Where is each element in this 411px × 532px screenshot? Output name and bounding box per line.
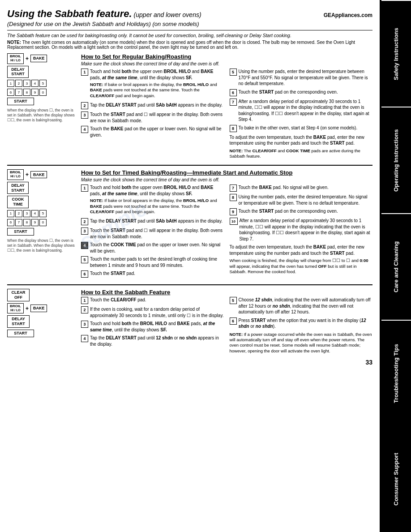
section1: BROILHI / LO + BAKE DELAYSTART 1 2 3 4 5 <box>7 53 372 160</box>
num-5: 5 <box>39 80 47 87</box>
section2-step6: 6 Touch the START pad. <box>81 270 224 278</box>
section3-instructions: 1 Touch the CLEAR/OFF pad. 2 If the oven… <box>81 297 372 355</box>
header-note: NOTE: The oven light comes on automatica… <box>7 40 372 50</box>
divider2 <box>7 284 372 285</box>
bake-key: BAKE <box>30 55 47 62</box>
s2-num-0: 0 <box>39 219 47 226</box>
keypad-num-row2: 6 7 8 9 0 <box>7 89 47 96</box>
section1-step3: 3 Touch the START pad and ☐ will appear … <box>81 112 224 124</box>
section2-step10: 10 After a random delay period of approx… <box>230 218 373 242</box>
section2-col-left: 1 Touch and hold both the upper oven BRO… <box>81 184 224 280</box>
s3-start-row: START <box>7 330 34 337</box>
section1-step7: 7 After a random delay period of approxi… <box>230 99 373 123</box>
section1-caption: When the display shows ☐, the oven is se… <box>7 108 77 123</box>
keypad-diagram-1: BROILHI / LO + BAKE DELAYSTART 1 2 3 4 5 <box>7 53 77 105</box>
sidebar-care: Care and Cleaning <box>381 213 411 320</box>
section2-caption: When the display shows ☐, the oven is se… <box>7 238 77 253</box>
section1-right: How to Set for Regular Baking/Roasting M… <box>81 53 372 160</box>
section2-finish-note: When cooking is finished, the display wi… <box>230 258 373 275</box>
s3-start-key: START <box>7 330 34 337</box>
page-subtitle: (Designed for use on the Jewish Sabbath … <box>7 21 201 27</box>
page-title: Using the Sabbath feature. (upper and lo… <box>7 8 201 20</box>
keypad-diagram-2: BROILHI / LO + BAKE DELAYSTART COOKTIME … <box>7 169 77 236</box>
section2-step9: 9 Touch the START pad on the correspondi… <box>230 208 373 215</box>
keypad-num-row1: 1 2 3 4 5 <box>7 80 47 87</box>
section2-intro: Make sure the clock shows the correct ti… <box>81 177 372 182</box>
s2-num-5: 5 <box>39 210 47 217</box>
s2-num-6: 6 <box>7 219 14 226</box>
section2-step5: 5 Touch the number pads to set the desir… <box>81 256 224 268</box>
page-number: 33 <box>7 359 372 366</box>
section1-col-left: 1 Touch and hold both the upper oven BRO… <box>81 69 224 160</box>
s2-num-1: 1 <box>7 210 14 217</box>
delay-start-key: DELAYSTART <box>7 66 29 78</box>
section1-title: How to Set for Regular Baking/Roasting <box>81 53 372 60</box>
sidebar-consumer: Consumer Support <box>381 426 411 532</box>
section1-step6: 6 Touch the START pad on the correspondi… <box>230 89 373 96</box>
section3-step2: 2 If the oven is cooking, wait for a ran… <box>81 306 224 318</box>
s2-num-bottom: 6 7 8 9 0 <box>7 219 47 226</box>
sidebar-operating: Operating Instructions <box>381 107 411 213</box>
step1-note: NOTE: If bake or broil appears in the di… <box>90 82 224 99</box>
s2-start-key: START <box>7 228 34 236</box>
s2-num-4: 4 <box>31 210 39 217</box>
s2-num-2: 2 <box>15 210 22 217</box>
section1-step2: 2 Tap the DELAY START pad until SAb bAtH… <box>81 102 224 109</box>
keypad-diagram-3: CLEAROFF BROILHI / LO + BAKE DELAYSTART … <box>7 289 77 337</box>
broil-key: BROILHI / LO <box>7 53 24 64</box>
section2-step8: 8 Using the number pads, enter the desir… <box>230 194 373 206</box>
s3-bake-key: BAKE <box>30 305 47 312</box>
section2-step2: 2 Tap the DELAY START pad until SAb bAtH… <box>81 218 224 225</box>
section3-title: How to Exit the Sabbath Feature <box>81 289 372 296</box>
section3-step4: 4 Tap the DELAY START pad until 12 shdn … <box>81 335 224 347</box>
s3-delay-row: DELAYSTART <box>7 315 30 328</box>
s2-num-7: 7 <box>15 219 22 226</box>
s2-num-3: 3 <box>23 210 30 217</box>
s3-plus: + <box>26 305 29 312</box>
s2-cook-row: COOKTIME <box>7 196 29 208</box>
intro-text: The Sabbath feature can be used for baki… <box>7 33 372 38</box>
section3-bottom-note: NOTE: If a power outage occurred while t… <box>230 332 373 354</box>
section1-col-right: 5 Using the number pads, enter the desir… <box>230 69 373 160</box>
section3-left-panel: CLEAROFF BROILHI / LO + BAKE DELAYSTART … <box>7 289 77 355</box>
s2-delay-row: DELAYSTART <box>7 182 29 194</box>
num-1: 1 <box>7 80 14 87</box>
section1-left: BROILHI / LO + BAKE DELAYSTART 1 2 3 4 5 <box>7 53 77 160</box>
keypad-row-delay: DELAYSTART <box>7 66 29 78</box>
header: Using the Sabbath feature. (upper and lo… <box>7 8 372 30</box>
num-3: 3 <box>23 80 30 87</box>
section1-intro: Make sure the clock shows the correct ti… <box>81 61 372 66</box>
section2-step3: 3 Touch the START pad and ☐ will appear … <box>81 227 224 240</box>
section1-step5: 5 Using the number pads, enter the desir… <box>230 69 373 87</box>
num-8: 8 <box>23 89 30 96</box>
section3: CLEAROFF BROILHI / LO + BAKE DELAYSTART … <box>7 289 372 355</box>
s2-broil-key: BROILHI / LO <box>7 169 24 180</box>
s2-num-9: 9 <box>31 219 39 226</box>
sidebar: Safety Instructions Operating Instructio… <box>381 0 411 532</box>
num-6: 6 <box>7 89 14 96</box>
num-9: 9 <box>31 89 39 96</box>
section3-step6: 6 Press START when the option that you w… <box>230 317 373 330</box>
section3-step1: 1 Touch the CLEAR/OFF pad. <box>81 297 224 304</box>
section2-instructions: 1 Touch and hold both the upper oven BRO… <box>81 184 372 280</box>
sidebar-troubleshooting: Troubleshooting Tips <box>381 320 411 426</box>
section2-step4: 4 Touch the COOK TIME pad on the upper o… <box>81 242 224 254</box>
num-4: 4 <box>31 80 39 87</box>
s2-delay-start-key: DELAYSTART <box>7 182 29 194</box>
section2-left: BROILHI / LO + BAKE DELAYSTART COOKTIME … <box>7 169 77 280</box>
num-row-top: 1 2 3 4 5 <box>7 80 47 87</box>
section2-title: How to Set for Timed Baking/Roasting—Imm… <box>81 169 372 176</box>
s2-plus: + <box>26 172 29 178</box>
section3-col-left: 1 Touch the CLEAR/OFF pad. 2 If the oven… <box>81 297 224 355</box>
start-key: START <box>7 98 34 105</box>
s3-broil-bake-row: BROILHI / LO + BAKE <box>7 303 47 314</box>
section1-instructions: 1 Touch and hold both the upper oven BRO… <box>81 69 372 160</box>
keypad-start-row: START <box>7 98 34 105</box>
section2-col-right: 7 Touch the BAKE pad. No signal will be … <box>230 184 373 280</box>
keypad-row-1: BROILHI / LO + BAKE <box>7 53 47 64</box>
s3-delay-key: DELAYSTART <box>7 315 30 328</box>
section1-step8: 8 To bake in the other oven, start at St… <box>230 125 373 132</box>
s2-start-row: START <box>7 228 34 236</box>
s2-num-row1: 1 2 3 4 5 <box>7 210 47 217</box>
section3-right: How to Exit the Sabbath Feature 1 Touch … <box>81 289 372 355</box>
